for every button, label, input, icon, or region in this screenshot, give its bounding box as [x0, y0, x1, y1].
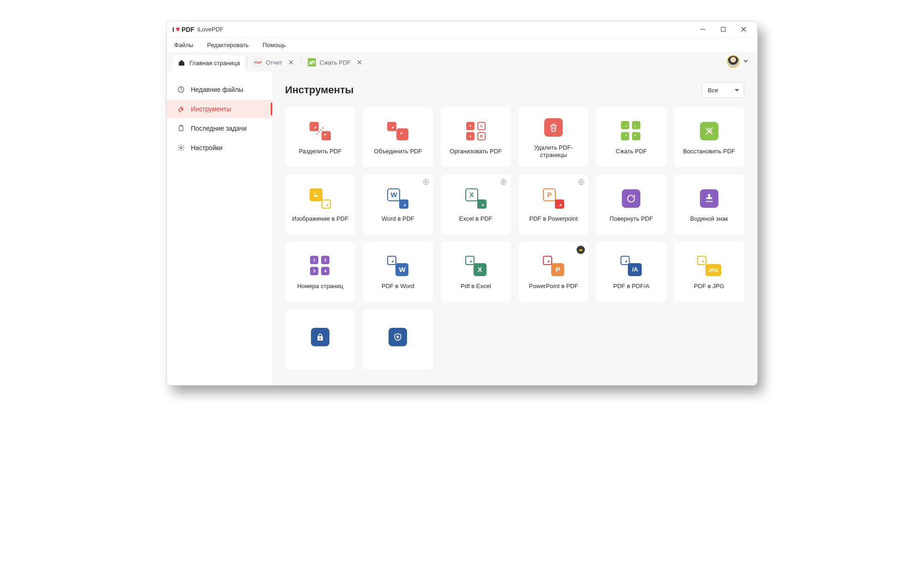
lock-icon — [307, 326, 333, 348]
tool-label: PDF в Powerpoint — [529, 215, 578, 223]
menubar: Файлы Редактировать Помощь — [167, 38, 757, 52]
window-minimize-button[interactable] — [693, 21, 713, 38]
pdf-to-ppt-icon: P — [541, 187, 566, 210]
tool-merge-pdf[interactable]: Объединить PDF — [363, 107, 433, 167]
image-to-pdf-icon — [307, 187, 333, 210]
word-to-pdf-icon: W — [385, 187, 411, 210]
tool-grid: Разделить PDF Объединить PDF — [285, 107, 744, 369]
menu-edit[interactable]: Редактировать — [204, 40, 251, 50]
tool-label: Разделить PDF — [299, 148, 342, 155]
avatar — [727, 55, 740, 68]
tool-repair-pdf[interactable]: Восстановить PDF — [674, 107, 744, 167]
svg-point-4 — [314, 193, 316, 194]
tool-label: PDF в PDF/A — [613, 283, 649, 290]
home-icon — [177, 59, 186, 67]
compress-icon — [618, 120, 644, 142]
tool-pdf-to-pdfa[interactable]: /A PDF в PDF/A — [596, 242, 666, 302]
sidebar-item-label: Настройки — [191, 144, 223, 151]
word-letter-icon: W — [387, 188, 400, 201]
tool-organize-pdf[interactable]: A B Организовать PDF — [441, 107, 511, 167]
tool-label: PDF в Word — [382, 283, 414, 290]
shield-lock-icon — [385, 326, 411, 348]
tool-split-pdf[interactable]: Разделить PDF — [285, 107, 355, 167]
tab-report[interactable]: PDF Отчет — [248, 54, 300, 71]
number-3-icon: 3 — [310, 267, 318, 275]
tab-close-button[interactable] — [356, 58, 363, 67]
tab-close-button[interactable] — [288, 58, 294, 67]
tool-label: Word в PDF — [382, 215, 414, 223]
tool-label: PDF в JPG — [694, 283, 724, 290]
tool-label: Восстановить PDF — [683, 148, 735, 155]
tool-label: Excel в PDF — [459, 215, 492, 223]
sidebar-item-recent[interactable]: Недавние файлы — [167, 80, 272, 99]
menu-files[interactable]: Файлы — [171, 40, 196, 50]
tool-pdf-to-word[interactable]: W PDF в Word — [363, 242, 433, 302]
web-badge-icon — [422, 178, 430, 187]
number-1-icon: 1 — [310, 256, 318, 264]
sidebar-item-tools[interactable]: Инструменты — [167, 100, 272, 118]
window-close-button[interactable] — [733, 21, 754, 38]
pdf-file-icon: PDF — [254, 58, 262, 66]
tool-powerpoint-to-pdf[interactable]: P PowerPoint в PDF — [518, 242, 589, 302]
tool-excel-to-pdf[interactable]: X Excel в PDF — [441, 175, 511, 235]
sidebar-item-label: Инструменты — [191, 105, 231, 113]
tool-pdf-to-powerpoint[interactable]: P PDF в Powerpoint — [518, 175, 589, 235]
sidebar-item-label: Последние задачи — [191, 125, 247, 132]
main-content: Инструменты Все — [272, 71, 757, 385]
tool-label: Номера страниц — [297, 283, 343, 290]
trash-icon — [541, 116, 566, 139]
window-maximize-button[interactable] — [713, 21, 733, 38]
tool-remove-pages[interactable]: Удалить PDF-страницы — [518, 107, 589, 167]
tool-compress-pdf[interactable]: Сжать PDF — [596, 107, 666, 167]
excel-letter-icon: X — [474, 263, 486, 276]
tab-separator — [301, 56, 301, 66]
clock-icon — [177, 86, 185, 93]
pdf-to-pdfa-icon: /A — [618, 255, 644, 277]
tool-pdf-to-excel[interactable]: X Pdf в Excel — [441, 242, 511, 302]
stamp-icon — [696, 187, 722, 210]
sidebar-item-label: Недавние файлы — [191, 86, 243, 93]
filter-dropdown[interactable]: Все — [702, 82, 744, 98]
app-window: I PDF iLovePDF Файлы Редактировать Помощ… — [166, 21, 758, 386]
tool-word-to-pdf[interactable]: W Word в PDF — [363, 175, 433, 235]
wrench-icon — [177, 105, 185, 113]
letter-b-icon: B — [477, 132, 486, 140]
rotate-icon — [618, 187, 644, 210]
sidebar-item-tasks[interactable]: Последние задачи — [167, 119, 272, 138]
word-letter-icon: W — [395, 263, 408, 276]
tab-label: Отчет — [266, 59, 282, 66]
pdf-to-word-icon: W — [385, 255, 411, 277]
number-2-icon: 2 — [321, 256, 329, 264]
tab-compress-pdf[interactable]: ⇲⇱ Сжать PDF — [302, 54, 369, 71]
account-menu[interactable] — [727, 55, 753, 71]
tool-label: Повернуть PDF — [610, 215, 653, 223]
main-header: Инструменты Все — [285, 82, 744, 98]
svg-point-3 — [180, 147, 182, 149]
svg-rect-2 — [179, 126, 183, 131]
titlebar: I PDF iLovePDF — [167, 21, 757, 38]
tool-label: Удалить PDF-страницы — [523, 144, 584, 159]
number-4-icon: 4 — [321, 267, 329, 275]
tool-label: Pdf в Excel — [461, 283, 491, 290]
pdf-to-excel-icon: X — [463, 255, 489, 277]
pdfa-letter-icon: /A — [628, 263, 642, 276]
merge-icon — [385, 120, 411, 142]
tool-watermark[interactable]: Водяной знак — [674, 175, 744, 235]
page-numbers-icon: 1 2 3 4 — [307, 255, 333, 277]
tab-label: Главная страница — [189, 60, 240, 66]
jpg-letter-icon: JPG — [705, 264, 721, 276]
clipboard-icon — [177, 125, 185, 132]
sidebar-item-settings[interactable]: Настройки — [167, 139, 272, 157]
menu-help[interactable]: Помощь — [260, 40, 288, 50]
tool-unlock-pdf[interactable] — [363, 309, 433, 369]
tool-pdf-to-jpg[interactable]: JPG PDF в JPG — [674, 242, 744, 302]
tool-protect-pdf[interactable] — [285, 309, 355, 369]
tool-label: Сжать PDF — [616, 148, 647, 155]
svg-rect-0 — [721, 27, 725, 31]
premium-badge-icon — [577, 246, 585, 254]
heart-icon — [175, 26, 181, 33]
tool-image-to-pdf[interactable]: Изображение в PDF — [285, 175, 355, 235]
tool-rotate-pdf[interactable]: Повернуть PDF — [596, 175, 666, 235]
tab-home[interactable]: Главная страница — [171, 54, 246, 71]
tool-page-numbers[interactable]: 1 2 3 4 Номера страниц — [285, 242, 355, 302]
